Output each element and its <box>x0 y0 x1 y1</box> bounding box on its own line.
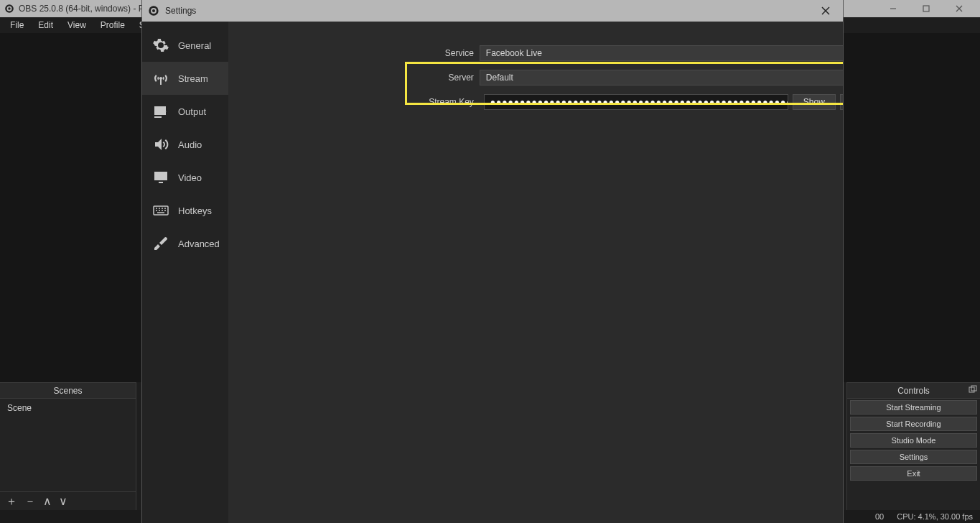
svg-rect-4 <box>923 6 929 11</box>
nav-item-advanced[interactable]: Advanced <box>142 227 228 260</box>
menu-file[interactable]: File <box>3 20 31 30</box>
scenes-toolbar: ＋ － ∧ ∨ <box>0 491 136 510</box>
add-scene-button[interactable]: ＋ <box>6 496 17 507</box>
nav-item-output[interactable]: Output <box>142 95 228 128</box>
settings-title: Settings <box>165 6 196 16</box>
close-button[interactable] <box>943 0 976 17</box>
server-select[interactable]: Default <box>480 70 843 85</box>
gear-icon <box>151 37 171 54</box>
keyboard-icon <box>151 202 171 219</box>
stream-key-input[interactable]: ●●●●●●●●●●●●●●●●●●●●●●●●●●●●●●●●●●●●●●●●… <box>484 94 788 110</box>
nav-item-stream[interactable]: Stream <box>142 62 228 95</box>
controls-panel-header: Controls <box>847 383 980 399</box>
settings-nav: General Stream Output Audio <box>142 22 228 523</box>
scenes-panel: Scenes Scene ＋ － ∧ ∨ <box>0 382 136 510</box>
controls-panel-title: Controls <box>897 386 930 396</box>
nav-label: Output <box>178 106 206 117</box>
get-stream-key-button[interactable]: Get Stream Key <box>840 94 843 110</box>
monitor-icon <box>151 169 171 186</box>
obs-logo-icon <box>4 4 14 14</box>
start-recording-button[interactable]: Start Recording <box>850 417 977 431</box>
nav-item-hotkeys[interactable]: Hotkeys <box>142 194 228 227</box>
svg-point-11 <box>152 9 155 12</box>
server-label: Server <box>419 73 480 83</box>
move-down-button[interactable]: ∨ <box>59 496 67 507</box>
window-controls <box>877 0 976 17</box>
maximize-button[interactable] <box>910 0 943 17</box>
status-clipped: 00 <box>875 512 884 521</box>
menu-edit[interactable]: Edit <box>31 20 60 30</box>
settings-titlebar[interactable]: Settings <box>142 0 843 22</box>
show-button[interactable]: Show <box>793 94 836 110</box>
svg-point-2 <box>8 7 11 10</box>
settings-close-button[interactable] <box>814 3 837 19</box>
status-cpu: CPU: 4.1%, 30.00 fps <box>897 512 973 521</box>
service-value: Facebook Live <box>486 48 542 58</box>
settings-content-stream: Service Facebook Live Server Default Str… <box>228 22 843 523</box>
server-value: Default <box>486 73 513 83</box>
settings-button[interactable]: Settings <box>850 450 977 464</box>
start-streaming-button[interactable]: Start Streaming <box>850 400 977 415</box>
nav-label: Audio <box>178 139 202 150</box>
menu-profile[interactable]: Profile <box>93 20 132 30</box>
speaker-icon <box>151 136 171 153</box>
remove-scene-button[interactable]: － <box>24 496 36 507</box>
scenes-panel-header: Scenes <box>0 383 136 399</box>
move-up-button[interactable]: ∧ <box>43 496 52 507</box>
service-select[interactable]: Facebook Live <box>480 45 843 61</box>
obs-logo-icon <box>148 5 159 17</box>
nav-label: General <box>178 40 211 51</box>
exit-button[interactable]: Exit <box>850 466 977 481</box>
stream-key-masked: ●●●●●●●●●●●●●●●●●●●●●●●●●●●●●●●●●●●●●●●●… <box>490 97 788 107</box>
controls-panel: Controls Start Streaming Start Recording… <box>846 382 980 510</box>
output-icon <box>151 103 171 120</box>
nav-label: Stream <box>178 73 208 84</box>
scenes-list[interactable]: Scene <box>0 399 136 491</box>
nav-label: Advanced <box>178 239 220 249</box>
detach-icon[interactable] <box>969 385 977 396</box>
nav-item-audio[interactable]: Audio <box>142 128 228 161</box>
nav-label: Hotkeys <box>178 205 212 216</box>
menu-view[interactable]: View <box>60 20 93 30</box>
nav-item-video[interactable]: Video <box>142 161 228 194</box>
scenes-panel-title: Scenes <box>53 386 82 396</box>
studio-mode-button[interactable]: Studio Mode <box>850 433 977 448</box>
nav-label: Video <box>178 172 202 183</box>
list-item[interactable]: Scene <box>4 402 131 415</box>
nav-item-general[interactable]: General <box>142 29 228 62</box>
service-label: Service <box>419 48 480 58</box>
stream-key-label: Stream Key <box>419 97 480 107</box>
minimize-button[interactable] <box>877 0 910 17</box>
broadcast-icon <box>151 70 171 87</box>
main-window-title: OBS 25.0.8 (64-bit, windows) - P <box>19 4 144 14</box>
tools-icon <box>151 235 171 252</box>
settings-dialog: Settings General Stream <box>142 0 843 523</box>
